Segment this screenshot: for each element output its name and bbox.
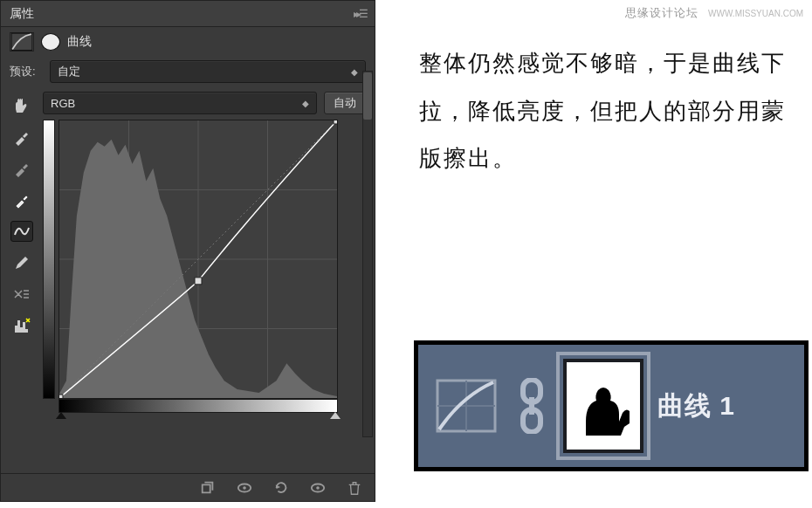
input-gradient[interactable] <box>58 399 338 413</box>
description-text: 整体仍然感觉不够暗，于是曲线下拉，降低亮度，但把人的部分用蒙版擦出。 <box>419 39 786 182</box>
trash-icon[interactable] <box>345 479 364 497</box>
preset-select[interactable]: 自定 ◆ <box>50 60 366 83</box>
curves-main-row: RGB ◆ 自动 <box>1 86 375 413</box>
preset-row: 预设: 自定 ◆ <box>1 57 375 86</box>
svg-rect-0 <box>11 33 32 50</box>
adjustment-label: 曲线 <box>67 34 92 50</box>
panel-footer <box>1 473 375 501</box>
reset-icon[interactable] <box>272 479 291 497</box>
view-previous-icon[interactable] <box>235 479 254 497</box>
caret-icon: ◆ <box>351 67 358 77</box>
white-eyedropper-icon[interactable] <box>10 189 33 210</box>
output-gradient <box>43 120 55 399</box>
curves-tool-column <box>10 92 34 413</box>
preset-value: 自定 <box>58 64 80 79</box>
pencil-icon[interactable] <box>10 252 33 273</box>
histogram-clip-icon[interactable] <box>10 315 33 336</box>
mask-thumbnail-icon[interactable] <box>41 33 60 51</box>
layer-name[interactable]: 曲线 1 <box>657 388 735 424</box>
channel-value: RGB <box>51 97 75 110</box>
adjustment-title-row: 曲线 <box>1 27 375 57</box>
preset-label: 预设: <box>10 64 45 79</box>
auto-button[interactable]: 自动 <box>324 92 366 114</box>
curve-line[interactable] <box>59 120 337 398</box>
curves-graph[interactable] <box>58 120 338 399</box>
channel-select[interactable]: RGB ◆ <box>43 92 317 114</box>
watermark-site: 思缘设计论坛 <box>625 6 698 19</box>
layer-strip[interactable]: 曲线 1 <box>414 340 809 471</box>
svg-rect-10 <box>334 120 337 124</box>
panel-header: 属性 ▸▸ ☰ <box>1 1 375 27</box>
white-point-slider[interactable] <box>330 412 341 419</box>
clip-to-layer-icon[interactable] <box>198 479 217 497</box>
panel-menu-icon[interactable]: ▸▸ ☰ <box>354 8 366 20</box>
svg-line-7 <box>59 120 337 398</box>
caret-icon: ◆ <box>302 99 309 108</box>
black-point-slider[interactable] <box>56 412 66 419</box>
properties-panel: 属性 ▸▸ ☰ 曲线 预设: 自定 ◆ RGB <box>0 0 375 502</box>
black-eyedropper-icon[interactable] <box>10 127 33 148</box>
layer-curves-icon <box>436 379 497 433</box>
panel-title: 属性 <box>10 6 34 22</box>
svg-rect-20 <box>529 397 534 415</box>
gray-eyedropper-icon[interactable] <box>10 158 33 179</box>
svg-rect-8 <box>59 395 63 398</box>
layer-mask-thumbnail[interactable] <box>567 362 640 450</box>
watermark-url: WWW.MISSYUAN.COM <box>708 9 803 18</box>
toggle-visibility-icon[interactable] <box>308 479 327 497</box>
svg-point-14 <box>316 486 320 490</box>
svg-rect-9 <box>195 278 202 285</box>
curves-icon[interactable] <box>10 32 34 51</box>
curves-graph-column: RGB ◆ 自动 <box>43 92 366 413</box>
svg-point-12 <box>243 486 246 490</box>
panel-scrollbar[interactable] <box>362 71 373 437</box>
smooth-icon[interactable] <box>10 284 33 305</box>
smooth-curve-icon[interactable] <box>10 221 33 242</box>
chain-link-icon[interactable] <box>514 378 549 434</box>
hand-tool-icon[interactable] <box>10 95 33 116</box>
watermark: 思缘设计论坛 WWW.MISSYUAN.COM <box>625 5 803 21</box>
scrollbar-thumb[interactable] <box>363 72 372 120</box>
